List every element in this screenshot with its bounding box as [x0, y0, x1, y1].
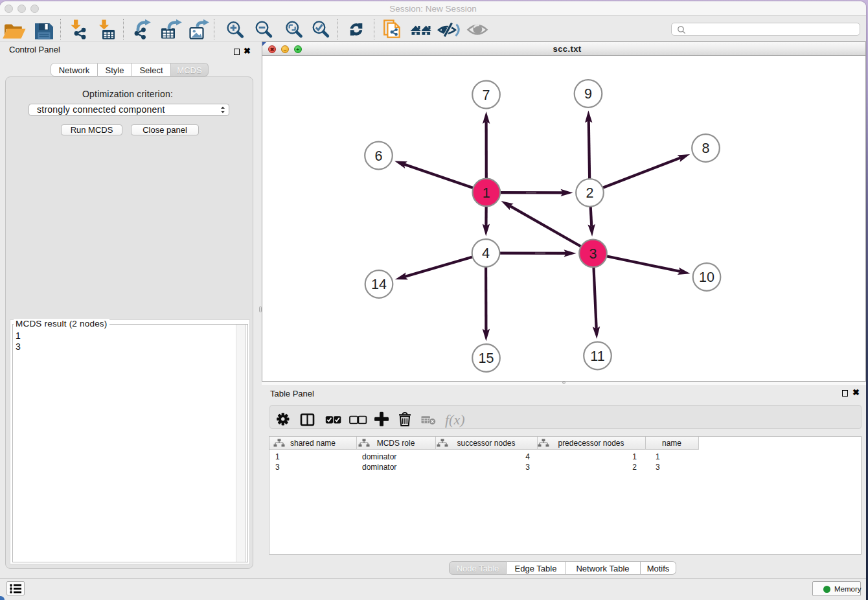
svg-text:15: 15 [479, 351, 494, 366]
svg-text:6: 6 [375, 148, 383, 164]
svg-text:3: 3 [589, 246, 597, 262]
svg-text:4: 4 [482, 246, 490, 261]
svg-text:8: 8 [702, 141, 710, 156]
svg-text:7: 7 [483, 87, 490, 103]
svg-text:14: 14 [371, 277, 387, 292]
svg-text:f(x): f(x) [445, 411, 465, 428]
svg-text:2: 2 [586, 185, 594, 201]
svg-text:11: 11 [590, 349, 604, 364]
svg-text:1: 1 [483, 185, 490, 201]
svg-text:10: 10 [699, 270, 714, 285]
svg-text:9: 9 [584, 86, 592, 102]
